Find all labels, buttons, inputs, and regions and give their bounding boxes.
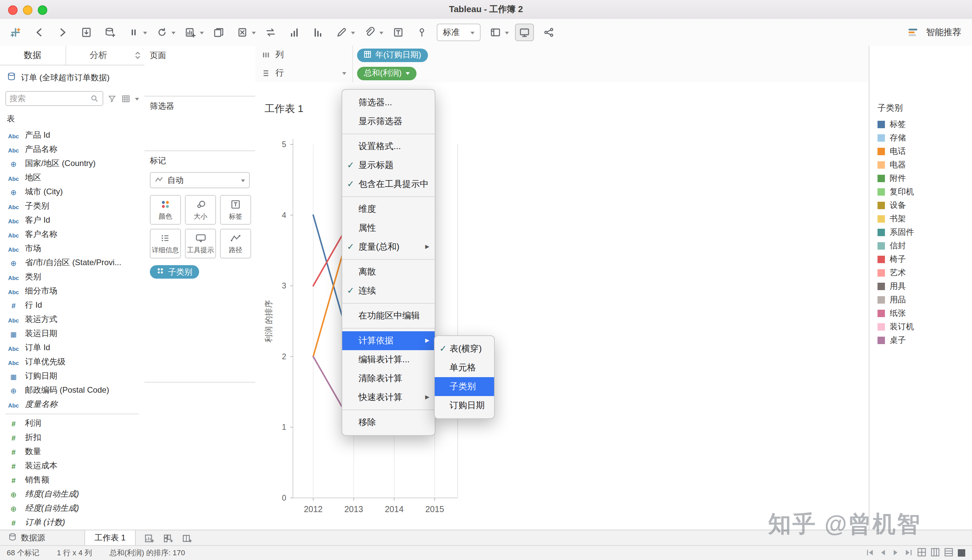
view-rows-button[interactable] bbox=[944, 548, 953, 558]
tooltip-button[interactable]: 工具提示 bbox=[185, 229, 216, 258]
field-row[interactable]: 订单 (计数) bbox=[0, 515, 144, 530]
submenu-item[interactable]: 订购日期 bbox=[435, 396, 494, 415]
legend-item[interactable]: 书架 bbox=[877, 212, 969, 225]
pane-collapse-icon[interactable] bbox=[131, 46, 144, 65]
path-button[interactable]: 路径 bbox=[220, 229, 251, 258]
field-row[interactable]: 销售额 bbox=[0, 473, 144, 487]
new-worksheet-tab-button[interactable] bbox=[141, 532, 157, 545]
legend-item[interactable]: 系固件 bbox=[877, 225, 969, 239]
view-columns-button[interactable] bbox=[931, 548, 940, 558]
show-hide-cards-button[interactable] bbox=[487, 24, 504, 40]
nav-prev-button[interactable] bbox=[879, 548, 887, 558]
legend-item[interactable]: 用具 bbox=[877, 279, 969, 293]
minimize-button[interactable] bbox=[23, 5, 32, 15]
legend-item[interactable]: 复印机 bbox=[877, 185, 969, 198]
legend-item[interactable]: 附件 bbox=[877, 172, 969, 185]
refresh-caret[interactable] bbox=[172, 32, 175, 36]
field-row[interactable]: 客户名称 bbox=[0, 227, 144, 242]
field-row[interactable]: 装运成本 bbox=[0, 459, 144, 473]
clear-sheet-button[interactable] bbox=[234, 24, 251, 40]
context-menu-item[interactable]: 编辑表计算... bbox=[342, 350, 435, 369]
field-row[interactable]: 利润 bbox=[0, 416, 144, 430]
field-row[interactable]: 装运方式 bbox=[0, 312, 144, 327]
legend-item[interactable]: 装订机 bbox=[877, 320, 969, 333]
sheet-tab-active[interactable]: 工作表 1 bbox=[84, 530, 136, 546]
legend-item[interactable]: 纸张 bbox=[877, 306, 969, 320]
highlight-button[interactable] bbox=[333, 24, 350, 40]
marks-pill-subcategory[interactable]: 子类别 bbox=[150, 265, 199, 278]
context-menu-item[interactable]: 属性 bbox=[342, 218, 435, 237]
duplicate-sheet-button[interactable] bbox=[210, 24, 227, 40]
field-row[interactable]: 地区 bbox=[0, 171, 144, 185]
smart-recommend-button[interactable]: 智能推荐 bbox=[905, 24, 965, 40]
group-members-button[interactable] bbox=[361, 24, 379, 40]
show-mark-labels-button[interactable] bbox=[389, 24, 407, 40]
legend-item[interactable]: 艺术 bbox=[877, 266, 969, 279]
field-row[interactable]: 省/市/自治区 (State/Provi... bbox=[0, 256, 144, 270]
undo-button[interactable] bbox=[30, 24, 48, 40]
detail-button[interactable]: 详细信息 bbox=[150, 229, 181, 258]
columns-shelf[interactable]: 列 年(订购日期) bbox=[255, 46, 869, 65]
mark-type-dropdown[interactable]: 自动 bbox=[150, 172, 250, 188]
rows-pill-caret[interactable] bbox=[406, 72, 410, 77]
tab-data[interactable]: 数据 bbox=[0, 46, 65, 65]
context-menu-item[interactable]: 快速表计算 bbox=[342, 388, 435, 407]
field-row[interactable]: 产品 Id bbox=[0, 128, 144, 142]
columns-pill-year-orderdate[interactable]: 年(订购日期) bbox=[357, 48, 428, 62]
field-row[interactable]: 产品名称 bbox=[0, 142, 144, 157]
legend-item[interactable]: 电话 bbox=[877, 144, 969, 158]
zoom-button[interactable] bbox=[38, 5, 47, 15]
view-tiles-button[interactable] bbox=[917, 548, 926, 558]
nav-first-button[interactable] bbox=[866, 548, 874, 558]
view-as-grid-icon[interactable] bbox=[121, 94, 131, 103]
field-row[interactable]: 邮政编码 (Postal Code) bbox=[0, 383, 144, 397]
refresh-button[interactable] bbox=[153, 24, 171, 40]
pages-card[interactable]: 页面 bbox=[144, 46, 255, 97]
new-story-button[interactable] bbox=[179, 532, 195, 545]
filters-card[interactable]: 筛选器 bbox=[144, 97, 255, 151]
legend-item[interactable]: 存储 bbox=[877, 131, 969, 144]
field-row[interactable]: 订单优先级 bbox=[0, 355, 144, 369]
field-row[interactable]: 市场 bbox=[0, 242, 144, 256]
datasource-tab[interactable]: 数据源 bbox=[0, 530, 53, 546]
legend-item[interactable]: 标签 bbox=[877, 117, 969, 131]
context-menu-item[interactable]: 计算依据 bbox=[342, 331, 435, 350]
context-menu-item[interactable]: 显示标题 bbox=[342, 156, 435, 175]
context-menu-item[interactable]: 显示筛选器 bbox=[342, 112, 435, 131]
share-button[interactable] bbox=[540, 24, 558, 40]
legend-item[interactable]: 信封 bbox=[877, 239, 969, 252]
field-row[interactable]: 数量 bbox=[0, 445, 144, 459]
size-button[interactable]: 大小 bbox=[185, 195, 216, 225]
sort-descending-button[interactable] bbox=[309, 24, 327, 40]
clear-sheet-caret[interactable] bbox=[252, 32, 256, 36]
pause-updates-button[interactable] bbox=[125, 24, 142, 40]
legend-item[interactable]: 用品 bbox=[877, 293, 969, 306]
context-menu-item[interactable]: 移除 bbox=[342, 413, 435, 432]
field-row[interactable]: 订购日期 bbox=[0, 369, 144, 383]
legend-item[interactable]: 设备 bbox=[877, 198, 969, 212]
view-full-button[interactable] bbox=[958, 549, 965, 557]
field-row[interactable]: 城市 (City) bbox=[0, 185, 144, 199]
field-row[interactable]: 订单 Id bbox=[0, 341, 144, 355]
new-worksheet-caret[interactable] bbox=[200, 32, 204, 36]
show-hide-cards-caret[interactable] bbox=[505, 32, 509, 36]
submenu-item[interactable]: 表(横穿) bbox=[435, 339, 494, 358]
search-input[interactable]: 搜索 bbox=[5, 91, 103, 106]
context-menu-item[interactable]: 离散 bbox=[342, 262, 435, 282]
rows-pill-sum-profit[interactable]: 总和(利润) bbox=[357, 67, 416, 80]
field-row[interactable]: 客户 Id bbox=[0, 213, 144, 227]
field-row[interactable]: 类别 bbox=[0, 270, 144, 284]
context-menu-item[interactable]: 设置格式... bbox=[342, 137, 435, 156]
context-menu-item[interactable]: 清除表计算 bbox=[342, 369, 435, 388]
field-row[interactable]: 子类别 bbox=[0, 199, 144, 213]
field-row[interactable]: 度量名称 bbox=[0, 397, 144, 412]
label-button[interactable]: 标签 bbox=[220, 195, 251, 225]
view-as-caret[interactable] bbox=[135, 97, 139, 102]
new-dashboard-button[interactable] bbox=[160, 532, 176, 545]
add-data-source-button[interactable] bbox=[101, 24, 119, 40]
field-row[interactable]: 国家/地区 (Country) bbox=[0, 157, 144, 171]
swap-axes-button[interactable] bbox=[262, 24, 279, 40]
pause-updates-caret[interactable] bbox=[143, 32, 147, 36]
field-row[interactable]: 行 Id bbox=[0, 298, 144, 312]
field-row[interactable]: 经度(自动生成) bbox=[0, 501, 144, 515]
